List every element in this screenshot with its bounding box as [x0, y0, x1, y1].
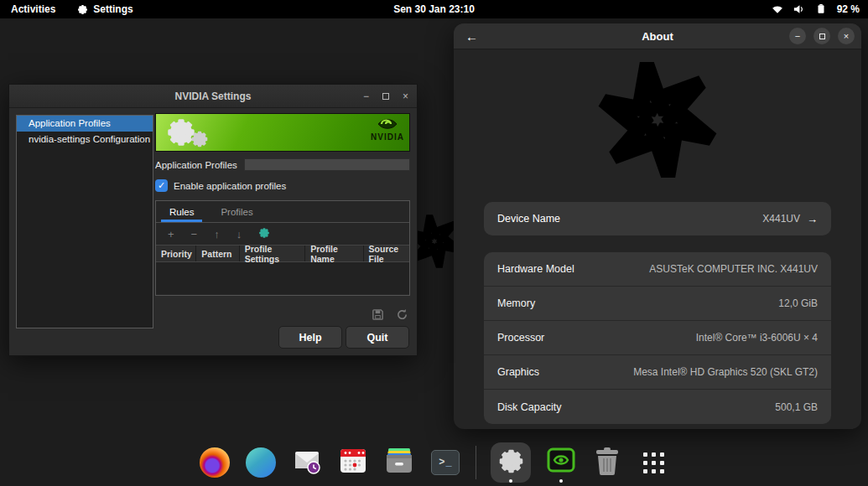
- system-status-area[interactable]: 92 %: [772, 3, 860, 15]
- tab-profiles[interactable]: Profiles: [207, 201, 266, 222]
- minimize-icon[interactable]: −: [789, 28, 806, 44]
- nvidia-banner: NVIDIA: [155, 113, 410, 152]
- activities-button[interactable]: Activities: [11, 3, 55, 15]
- row-value: 500,1 GB: [775, 401, 818, 413]
- nvidia-eye-icon: [377, 122, 398, 132]
- app-grid-icon: [643, 452, 664, 473]
- col-priority[interactable]: Priority: [156, 246, 196, 261]
- web-globe-icon: [246, 447, 276, 478]
- device-name-value: X441UV: [762, 213, 800, 225]
- quit-button[interactable]: Quit: [346, 326, 409, 349]
- col-pattern[interactable]: Pattern: [196, 246, 239, 261]
- col-profile-settings[interactable]: Profile Settings: [240, 246, 306, 261]
- rules-panel: Rules Profiles + − ↑ ↓ Priority Pattern …: [155, 200, 410, 296]
- device-name-label: Device Name: [497, 213, 560, 225]
- col-profile-name[interactable]: Profile Name: [305, 246, 363, 261]
- rules-table-header: Priority Pattern Profile Settings Profil…: [156, 245, 409, 262]
- app-menu[interactable]: Settings: [77, 3, 133, 15]
- save-icon[interactable]: [372, 308, 384, 323]
- row-label: Disk Capacity: [497, 401, 561, 413]
- dock-item-web-browser[interactable]: [245, 442, 277, 483]
- gear-icon: [77, 4, 88, 15]
- nixos-logo: .os .c1{fill:#7ebae4}.os .c2{fill:#5277c…: [454, 58, 861, 182]
- gears-artwork-icon: [163, 114, 213, 152]
- add-rule-icon[interactable]: +: [168, 228, 174, 240]
- clock[interactable]: Sen 30 Jan 23:10: [393, 3, 475, 15]
- sidebar-item-nvidia-settings-configuration[interactable]: nvidia-settings Configuration: [17, 132, 153, 147]
- help-button[interactable]: Help: [278, 326, 342, 349]
- memory-row: Memory 12,0 GiB: [484, 287, 831, 321]
- maximize-icon[interactable]: [813, 28, 830, 44]
- disk-capacity-row: Disk Capacity 500,1 GB: [484, 390, 831, 424]
- app-menu-label: Settings: [93, 3, 133, 15]
- hardware-info-card: Hardware Model ASUSTeK COMPUTER INC. X44…: [484, 252, 831, 424]
- nvidia-settings-window: NVIDIA Settings − × Application Profiles…: [8, 84, 418, 356]
- move-up-icon[interactable]: ↑: [214, 228, 220, 240]
- top-bar: Activities Settings Sen 30 Jan 23:10 92 …: [0, 0, 868, 18]
- trash-icon: [594, 447, 621, 478]
- row-label: Hardware Model: [497, 263, 574, 275]
- nvidia-brand-text: NVIDIA: [371, 132, 404, 142]
- close-icon[interactable]: ×: [838, 28, 855, 44]
- col-source-file[interactable]: Source File: [364, 246, 409, 261]
- dock-item-trash[interactable]: [591, 442, 623, 483]
- status-entry[interactable]: [244, 158, 410, 171]
- dock-separator: [476, 446, 476, 479]
- nvidia-category-list: Application Profiles nvidia-settings Con…: [16, 115, 153, 328]
- row-label: Processor: [497, 332, 544, 344]
- minimize-icon[interactable]: −: [363, 91, 369, 101]
- about-window: ← About − × .os .c1{fill:#7ebae4}.os .c2…: [454, 23, 861, 429]
- nvidia-window-title: NVIDIA Settings: [175, 90, 252, 102]
- dock-item-settings[interactable]: [491, 442, 531, 483]
- enable-profiles-label: Enable application profiles: [174, 181, 286, 191]
- dock-item-mail[interactable]: [291, 442, 323, 483]
- battery-icon: [815, 4, 827, 14]
- configure-rule-icon[interactable]: [258, 227, 270, 241]
- dock-item-nvidia-settings[interactable]: [545, 442, 577, 483]
- row-value: Intel® Core™ i3-6006U × 4: [696, 332, 818, 344]
- back-arrow-icon[interactable]: ←: [465, 29, 478, 44]
- wifi-icon: [772, 4, 783, 14]
- dock-item-firefox[interactable]: [199, 442, 231, 483]
- dock: >_: [0, 442, 868, 483]
- nvidia-titlebar[interactable]: NVIDIA Settings − ×: [9, 85, 417, 108]
- row-value: Mesa Intel® HD Graphics 520 (SKL GT2): [633, 366, 818, 378]
- section-label: Application Profiles: [155, 160, 237, 170]
- device-name-row[interactable]: Device Name X441UV →: [484, 202, 831, 235]
- calendar-icon: [338, 447, 368, 478]
- running-indicator-dot: [509, 479, 512, 483]
- move-down-icon[interactable]: ↓: [236, 228, 242, 240]
- file-cabinet-icon: [384, 447, 414, 478]
- graphics-row: Graphics Mesa Intel® HD Graphics 520 (SK…: [484, 355, 831, 390]
- tab-rules[interactable]: Rules: [156, 201, 207, 222]
- close-icon[interactable]: ×: [403, 91, 408, 101]
- battery-percent: 92 %: [837, 3, 860, 15]
- enable-profiles-checkbox-row[interactable]: ✓ Enable application profiles: [155, 179, 410, 192]
- terminal-icon: >_: [431, 450, 460, 475]
- rules-table-body[interactable]: [156, 262, 409, 294]
- settings-gear-icon: [497, 447, 525, 478]
- maximize-icon[interactable]: [382, 93, 389, 100]
- running-indicator-dot: [559, 479, 563, 483]
- mail-icon: [292, 447, 322, 478]
- nvidia-app-icon: [546, 447, 576, 478]
- volume-icon: [793, 4, 805, 14]
- hardware-model-row: Hardware Model ASUSTeK COMPUTER INC. X44…: [484, 252, 831, 287]
- refresh-icon[interactable]: [396, 308, 408, 323]
- checkbox-checked-icon[interactable]: ✓: [155, 179, 168, 192]
- dock-item-calendar[interactable]: [337, 442, 369, 483]
- go-next-icon: →: [807, 213, 818, 225]
- dock-item-show-applications[interactable]: [637, 442, 669, 483]
- row-value: ASUSTeK COMPUTER INC. X441UV: [649, 263, 818, 275]
- dock-item-terminal[interactable]: >_: [429, 442, 461, 483]
- row-label: Memory: [497, 297, 535, 309]
- sidebar-item-application-profiles[interactable]: Application Profiles: [17, 116, 153, 132]
- row-value: 12,0 GiB: [778, 297, 818, 309]
- about-titlebar[interactable]: ← About − ×: [454, 23, 861, 49]
- row-label: Graphics: [497, 366, 539, 378]
- about-window-title: About: [642, 30, 673, 43]
- remove-rule-icon[interactable]: −: [191, 228, 198, 240]
- processor-row: Processor Intel® Core™ i3-6006U × 4: [484, 321, 831, 355]
- firefox-icon: [200, 447, 230, 478]
- dock-item-files[interactable]: [383, 442, 415, 483]
